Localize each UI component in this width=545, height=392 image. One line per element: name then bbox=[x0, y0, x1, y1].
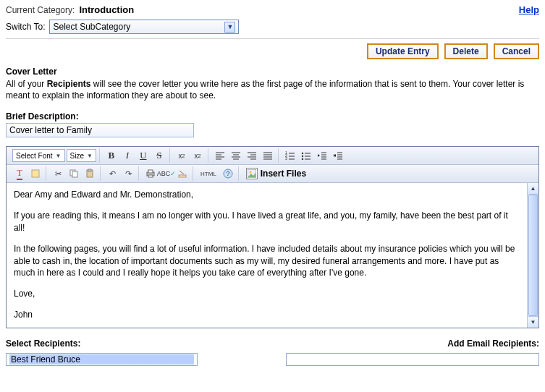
svg-marker-28 bbox=[318, 154, 320, 157]
background-color-button[interactable] bbox=[28, 166, 43, 181]
svg-point-26 bbox=[302, 158, 303, 160]
align-center-button[interactable] bbox=[229, 148, 243, 163]
chevron-down-icon: ▼ bbox=[87, 153, 93, 159]
svg-text:3: 3 bbox=[285, 156, 287, 160]
image-icon bbox=[246, 168, 258, 179]
underline-button[interactable]: U bbox=[136, 148, 151, 163]
letter-paragraph: In the following pages, you will find a … bbox=[14, 243, 520, 279]
subcategory-selected: Select SubCategory bbox=[53, 22, 224, 32]
html-source-button[interactable]: HTML bbox=[198, 166, 219, 181]
size-select[interactable]: Size ▼ bbox=[67, 149, 96, 162]
editor-toolbar-row1: Select Font ▼ Size ▼ B I U S x2 x2 123 bbox=[7, 147, 538, 165]
subscript-button[interactable]: x2 bbox=[174, 148, 189, 163]
scroll-down-icon[interactable]: ▼ bbox=[528, 316, 538, 328]
svg-rect-39 bbox=[32, 170, 39, 177]
letter-closing: Love, bbox=[14, 288, 520, 300]
redo-button[interactable]: ↷ bbox=[121, 166, 135, 181]
editor-scrollbar[interactable]: ▲ ▼ bbox=[527, 183, 538, 328]
paste-button[interactable] bbox=[83, 166, 97, 181]
letter-greeting: Dear Amy and Edward and Mr. Demonstratio… bbox=[14, 189, 520, 201]
chevron-down-icon: ▼ bbox=[56, 153, 62, 159]
align-right-button[interactable] bbox=[245, 148, 259, 163]
rich-text-editor: Select Font ▼ Size ▼ B I U S x2 x2 123 bbox=[6, 146, 539, 328]
add-email-input[interactable] bbox=[286, 353, 539, 366]
scroll-up-icon[interactable]: ▲ bbox=[528, 183, 538, 195]
recipient-option[interactable]: Best Friend Bruce bbox=[9, 354, 194, 365]
svg-line-48 bbox=[179, 171, 184, 174]
switch-to-label: Switch To: bbox=[6, 22, 45, 32]
brief-description-input[interactable] bbox=[6, 123, 194, 137]
svg-rect-41 bbox=[72, 171, 77, 177]
desc-prefix: All of your bbox=[6, 79, 47, 89]
indent-button[interactable] bbox=[331, 148, 345, 163]
align-left-button[interactable] bbox=[213, 148, 227, 163]
editor-toolbar-row2: T ✂ ↶ ↷ ABC✓ HTML ? Insert Files bbox=[7, 165, 538, 183]
undo-button[interactable]: ↶ bbox=[105, 166, 119, 181]
insert-files-button[interactable]: Insert Files bbox=[243, 168, 309, 179]
cover-letter-title: Cover Letter bbox=[6, 67, 539, 77]
insert-files-label: Insert Files bbox=[261, 169, 306, 179]
font-select[interactable]: Select Font ▼ bbox=[12, 149, 65, 162]
superscript-button[interactable]: x2 bbox=[190, 148, 205, 163]
unordered-list-button[interactable] bbox=[299, 148, 313, 163]
update-entry-button[interactable]: Update Entry bbox=[367, 43, 439, 59]
letter-paragraph: If you are reading this, it means I am n… bbox=[14, 210, 520, 234]
scroll-thumb[interactable] bbox=[528, 195, 538, 316]
letter-signature: John bbox=[14, 309, 520, 321]
help-link[interactable]: Help bbox=[519, 4, 539, 15]
brief-description-label: Brief Description: bbox=[6, 111, 539, 122]
svg-rect-45 bbox=[148, 170, 153, 173]
editor-textarea[interactable]: Dear Amy and Edward and Mr. Demonstratio… bbox=[7, 183, 527, 328]
size-select-label: Size bbox=[70, 152, 84, 160]
current-category-value: Introduction bbox=[79, 4, 134, 15]
cut-button[interactable]: ✂ bbox=[51, 166, 65, 181]
help-icon[interactable]: ? bbox=[221, 166, 235, 181]
svg-point-24 bbox=[302, 155, 303, 157]
align-justify-button[interactable] bbox=[261, 148, 275, 163]
select-recipients-label: Select Recipients: bbox=[6, 338, 198, 349]
desc-bold: Recipients bbox=[47, 79, 91, 89]
chevron-down-icon: ▼ bbox=[224, 22, 235, 33]
subcategory-select[interactable]: Select SubCategory ▼ bbox=[49, 20, 239, 34]
current-category-label: Current Category: bbox=[6, 5, 75, 15]
svg-point-52 bbox=[249, 171, 251, 174]
copy-button[interactable] bbox=[67, 166, 81, 181]
print-button[interactable] bbox=[143, 166, 158, 181]
remove-format-button[interactable] bbox=[175, 166, 190, 181]
svg-text:?: ? bbox=[226, 170, 229, 177]
cover-letter-description: All of your Recipients will see the cove… bbox=[6, 78, 539, 101]
cancel-button[interactable]: Cancel bbox=[494, 43, 539, 59]
add-email-recipients-label: Add Email Recipients: bbox=[286, 338, 539, 349]
strikethrough-button[interactable]: S bbox=[152, 148, 166, 163]
spellcheck-button[interactable]: ABC✓ bbox=[159, 166, 174, 181]
italic-button[interactable]: I bbox=[120, 148, 135, 163]
svg-rect-47 bbox=[179, 175, 186, 177]
text-color-button[interactable]: T bbox=[12, 166, 27, 181]
font-select-label: Select Font bbox=[16, 152, 53, 160]
svg-point-22 bbox=[302, 153, 303, 154]
outdent-button[interactable] bbox=[315, 148, 329, 163]
recipients-listbox[interactable]: Best Friend Bruce bbox=[6, 353, 198, 366]
svg-rect-46 bbox=[148, 175, 153, 177]
delete-button[interactable]: Delete bbox=[444, 43, 488, 59]
svg-rect-43 bbox=[88, 169, 91, 171]
bold-button[interactable]: B bbox=[104, 148, 119, 163]
scroll-track[interactable] bbox=[528, 195, 538, 316]
ordered-list-button[interactable]: 123 bbox=[283, 148, 297, 163]
